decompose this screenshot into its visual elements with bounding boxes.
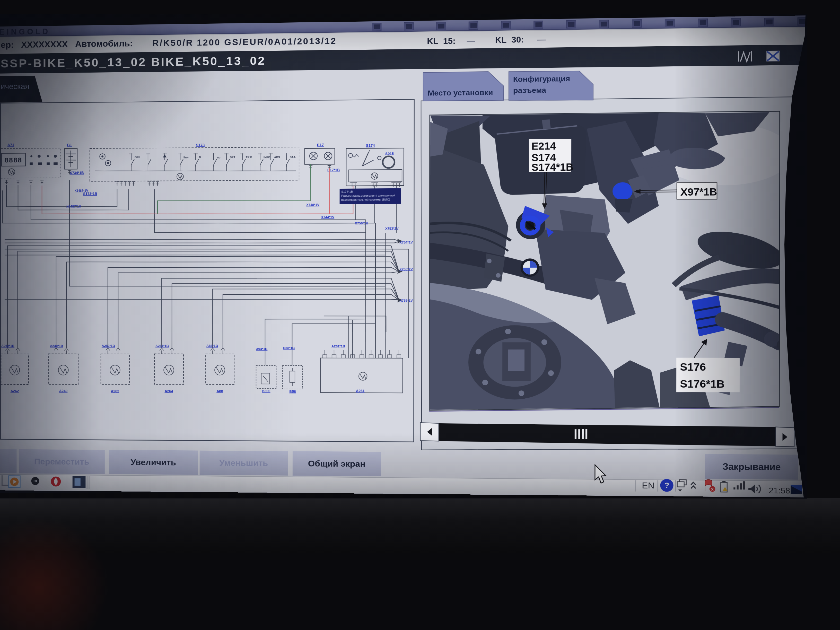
svg-text:SAA: SAA <box>290 156 296 159</box>
svg-text:INFO: INFO <box>264 156 270 159</box>
svg-text:S176*1B: S176*1B <box>680 378 725 390</box>
svg-text:B1: B1 <box>67 143 72 147</box>
svg-text:A264*1B: A264*1B <box>155 344 169 348</box>
svg-text:S176: S176 <box>680 361 706 373</box>
svg-text:X748*1V: X748*1V <box>306 203 320 207</box>
svg-text:S173*1B: S173*1B <box>83 192 97 196</box>
svg-text:X94*1B: X94*1B <box>256 347 267 351</box>
svg-text:A71: A71 <box>8 143 14 147</box>
svg-text:Ihor: Ihor <box>183 156 189 159</box>
svg-text:X756*1V: X756*1V <box>355 221 368 225</box>
svg-text:X754*1V: X754*1V <box>399 241 413 244</box>
svg-text:B58*1B: B58*1B <box>283 346 295 350</box>
svg-text:X744*1V: X744*1V <box>321 215 335 219</box>
svg-text:S174*1B: S174*1B <box>531 161 573 173</box>
svg-text:S174: S174 <box>366 143 375 148</box>
svg-text:A240*1B: A240*1B <box>50 344 63 348</box>
svg-text:A282*1B: A282*1B <box>102 344 115 348</box>
svg-text:A88: A88 <box>216 389 223 393</box>
svg-text:X755*1V: X755*1V <box>399 299 413 302</box>
svg-text:X753*2V: X753*2V <box>385 227 399 231</box>
svg-text:S173: S173 <box>196 143 205 147</box>
svg-text:A282: A282 <box>111 389 119 393</box>
svg-text:X755*2V: X755*2V <box>399 267 413 271</box>
svg-text:A240: A240 <box>59 389 68 393</box>
svg-text:распределительной системы (БИС: распределительной системы (БИС) <box>341 198 390 201</box>
svg-text:TRIP: TRIP <box>246 156 252 159</box>
svg-text:Разъем замка зажигания / элект: Разъем замка зажигания / электронной <box>341 194 395 197</box>
svg-text:A262: A262 <box>11 389 19 393</box>
svg-text:A261*1B: A261*1B <box>332 344 345 348</box>
svg-text:Место установки: Место установки <box>428 88 493 97</box>
svg-text:B58: B58 <box>289 390 296 393</box>
svg-text:SET: SET <box>230 156 235 159</box>
svg-text:A262*1B: A262*1B <box>1 344 14 348</box>
svg-text:OFF: OFF <box>134 156 140 159</box>
svg-text:no: no <box>217 156 221 159</box>
svg-text:D: D <box>199 156 201 159</box>
svg-text:разъема: разъема <box>513 86 546 95</box>
svg-text:8888: 8888 <box>5 156 22 164</box>
svg-text:S015: S015 <box>385 152 394 156</box>
svg-text:A261: A261 <box>356 389 365 393</box>
svg-text:X734*1B: X734*1B <box>70 171 84 175</box>
svg-text:X3487*1V: X3487*1V <box>75 189 88 192</box>
svg-text:S174*1B: S174*1B <box>341 190 353 193</box>
svg-text:E214: E214 <box>531 140 556 152</box>
svg-text:A264: A264 <box>165 389 173 393</box>
svg-text:Конфигурация: Конфигурация <box>513 74 570 84</box>
svg-text:X3487*1V: X3487*1V <box>66 205 81 208</box>
svg-text:X97*1B: X97*1B <box>681 186 717 197</box>
svg-text:ABS: ABS <box>274 156 280 159</box>
svg-text:A88*1B: A88*1B <box>207 344 218 348</box>
svg-text:E17: E17 <box>317 143 324 147</box>
svg-text:B300: B300 <box>262 389 270 393</box>
